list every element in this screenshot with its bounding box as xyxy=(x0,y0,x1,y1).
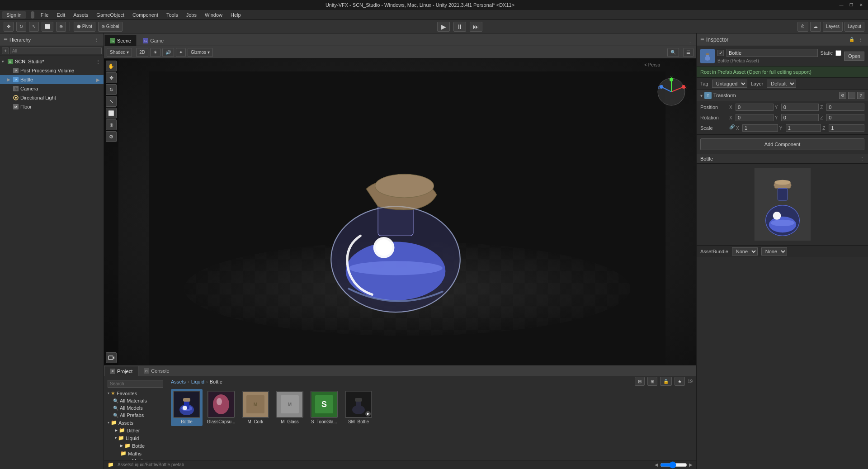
custom-tool-btn[interactable]: ⚙ xyxy=(106,131,117,142)
scale-link-icon[interactable]: 🔗 xyxy=(729,124,735,132)
menu-gameobject[interactable]: GameObject xyxy=(93,11,128,19)
static-checkbox[interactable] xyxy=(835,50,841,56)
tree-item-floor[interactable]: M Floor xyxy=(0,102,104,111)
scale-tool-btn[interactable]: ⤡ xyxy=(106,96,117,107)
restore-btn[interactable]: ❐ xyxy=(848,2,854,8)
tag-select[interactable]: Untagged xyxy=(712,80,747,88)
rotate-tool-btn[interactable]: ↻ xyxy=(106,84,117,95)
open-prefab-btn[interactable]: Open xyxy=(844,52,864,61)
ab-bundle-select[interactable]: None xyxy=(732,247,758,256)
gizmos-btn[interactable]: Gizmos ▾ xyxy=(188,48,213,57)
scene-gizmo[interactable]: X Y Z xyxy=(656,76,687,108)
favorites-folder[interactable]: ▾ ★ Favorites xyxy=(106,389,165,397)
expand-btn[interactable]: ⊞ xyxy=(647,377,657,386)
menu-help[interactable]: Help xyxy=(227,11,245,19)
menu-assets[interactable]: Assets xyxy=(70,11,92,19)
transform-settings-btn[interactable]: ⚙ xyxy=(839,92,846,99)
file-stoonglass[interactable]: S S_ToonGla... xyxy=(308,389,340,426)
scene-tab-options[interactable]: ⋮ xyxy=(684,40,696,46)
assets-folder[interactable]: ▾ 📁 Assets xyxy=(106,419,165,426)
tab-project[interactable]: P Project xyxy=(104,366,138,376)
step-btn[interactable]: ⏭ xyxy=(470,22,482,32)
lighting-btn[interactable]: ☀ xyxy=(150,48,160,57)
scn-options-btn[interactable]: ⋮ xyxy=(94,58,102,65)
collab-btn[interactable]: ⏱ xyxy=(797,22,808,32)
cloud-btn[interactable]: ☁ xyxy=(810,22,821,32)
hierarchy-add-btn[interactable]: + xyxy=(2,47,9,54)
file-mglass[interactable]: M M_Glass xyxy=(274,389,306,426)
overlay-menu-btn[interactable]: ☰ xyxy=(683,48,693,57)
maths-folder[interactable]: 📁 Maths xyxy=(106,450,165,457)
inspector-lock-btn[interactable]: 🔒 xyxy=(848,36,855,43)
hierarchy-options-btn[interactable]: ⋮ xyxy=(93,36,100,43)
transform-move-btn[interactable]: ✥ xyxy=(4,22,14,32)
layer-select[interactable]: Default xyxy=(767,80,796,88)
scale-x[interactable] xyxy=(742,124,778,132)
rotation-x[interactable] xyxy=(736,114,774,121)
collapse-btn[interactable]: ⊟ xyxy=(635,377,645,386)
position-y[interactable] xyxy=(781,104,819,111)
sign-in-btn[interactable]: Sign in xyxy=(2,11,26,19)
audio-btn[interactable]: 🔊 xyxy=(162,48,174,57)
file-mcork[interactable]: M M_Cork xyxy=(240,389,271,426)
tab-game[interactable]: G Game xyxy=(137,35,170,46)
all-tool-btn[interactable]: ⊕ xyxy=(106,119,117,130)
breadcrumb-liquid[interactable]: Liquid xyxy=(191,379,204,384)
file-bottle[interactable]: Bottle xyxy=(171,389,203,426)
pause-btn[interactable]: ⏸ xyxy=(453,22,466,32)
menu-tools[interactable]: Tools xyxy=(163,11,182,19)
lock-btn[interactable]: 🔒 xyxy=(660,377,672,386)
position-z[interactable] xyxy=(826,104,864,111)
preview-options-icon[interactable]: ⋮ xyxy=(860,156,864,161)
file-smbottle[interactable]: ▶ SM_Bottle xyxy=(343,389,374,426)
tree-item-camera[interactable]: 🎥 Camera xyxy=(0,84,104,93)
menu-component[interactable]: Component xyxy=(129,11,162,19)
project-search[interactable] xyxy=(108,380,163,388)
menu-edit[interactable]: Edit xyxy=(53,11,69,19)
scale-y[interactable] xyxy=(786,124,821,132)
layers-btn[interactable]: Layers xyxy=(823,22,843,32)
position-x[interactable] xyxy=(736,104,774,111)
inspector-menu-icon[interactable]: ☰ xyxy=(700,37,704,42)
inspector-options-btn[interactable]: ⋮ xyxy=(857,36,864,43)
transform-scale-btn[interactable]: ⤡ xyxy=(29,22,39,32)
tab-scene[interactable]: S Scene xyxy=(104,35,137,46)
transform-header[interactable]: ▾ T Transform ⚙ ⋮ ? xyxy=(697,90,868,101)
tree-item-dirlight[interactable]: Directional Light xyxy=(0,93,104,102)
scale-z[interactable] xyxy=(829,124,864,132)
pivot-btn[interactable]: ⬟ Pivot xyxy=(74,22,95,32)
all-materials[interactable]: 🔍 All Materials xyxy=(106,397,165,404)
bottle-folder[interactable]: ▶ 📁 Bottle xyxy=(106,442,165,450)
layout-btn[interactable]: Layout xyxy=(844,22,864,32)
tree-item-bottle[interactable]: ▶ P Bottle ▶ xyxy=(0,75,104,84)
tab-console[interactable]: C Console xyxy=(138,366,175,376)
transform-more-btn[interactable]: ⋮ xyxy=(848,92,855,99)
draw-mode-btn[interactable]: Shaded ▾ xyxy=(107,48,132,57)
transform-rect-btn[interactable]: ⬜ xyxy=(42,22,53,32)
zoom-slider[interactable] xyxy=(660,461,687,469)
breadcrumb-assets[interactable]: Assets xyxy=(171,379,186,384)
file-glasscapsule[interactable]: GlassCapsu... xyxy=(205,389,237,426)
menu-jobs[interactable]: Jobs xyxy=(183,11,200,19)
bottle-arrow-btn[interactable]: ▶ xyxy=(94,76,102,83)
rotation-y[interactable] xyxy=(781,114,819,121)
hierarchy-search[interactable] xyxy=(10,47,102,54)
transform-help-btn[interactable]: ? xyxy=(857,92,864,99)
dither-folder[interactable]: ▶ 📁 Dither xyxy=(106,426,165,434)
liquid-folder[interactable]: ▾ 📁 Liquid xyxy=(106,434,165,442)
effects-btn[interactable]: ✦ xyxy=(176,48,186,57)
rect-tool-btn[interactable]: ⬜ xyxy=(106,108,117,118)
global-btn[interactable]: ⊛ Global xyxy=(98,22,123,32)
transform-all-btn[interactable]: ⊕ xyxy=(56,22,66,32)
menu-file[interactable]: File xyxy=(37,11,52,19)
add-component-btn[interactable]: Add Component xyxy=(700,138,864,150)
all-prefabs[interactable]: 🔍 All Prefabs xyxy=(106,412,165,419)
close-btn[interactable]: ✕ xyxy=(858,2,864,8)
obj-active-checkbox[interactable]: ✓ xyxy=(717,50,724,56)
camera-preview-btn[interactable] xyxy=(106,352,117,363)
play-btn[interactable]: ▶ xyxy=(437,22,450,32)
star-btn[interactable]: ★ xyxy=(675,377,685,386)
search-scene-btn[interactable]: 🔍 xyxy=(667,48,679,57)
tree-item-scn-studio[interactable]: ▾ S SCN_Studio* ⋮ xyxy=(0,57,104,66)
tree-item-postprocessing[interactable]: P Post Processing Volume xyxy=(0,66,104,75)
